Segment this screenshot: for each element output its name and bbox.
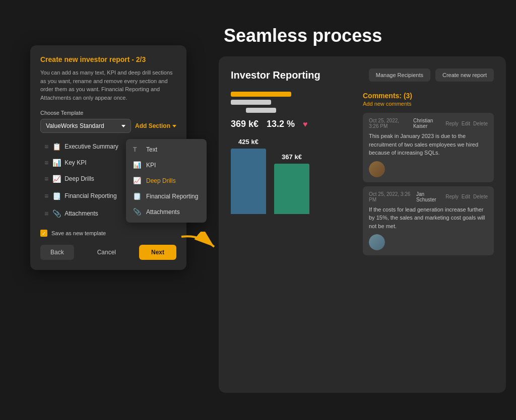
cancel-button[interactable]: Cancel xyxy=(87,245,126,260)
reply-button-1[interactable]: Reply xyxy=(445,121,459,126)
investor-header: Investor Reporting Manage Recipients Cre… xyxy=(231,68,494,82)
metric-bar-2 xyxy=(231,100,271,105)
drag-handle-icon: ≡ xyxy=(44,192,48,200)
reply-button-2[interactable]: Reply xyxy=(445,194,459,199)
panel-title: Create new investor report - 2/3 xyxy=(40,55,176,63)
add-section-label: Add Section xyxy=(135,122,170,129)
panel-desc: You can add as many text, KPI and deep d… xyxy=(40,68,176,102)
deepdrills-icon: 📈 xyxy=(133,177,141,184)
metrics-row: 369 k€ 13.2 % ♥ xyxy=(231,119,353,129)
text-icon: T xyxy=(133,146,141,153)
drag-handle-icon: ≡ xyxy=(44,143,48,151)
comment-header-1: Oct 25, 2022, 3:26 PM Christian Kaiser R… xyxy=(369,118,488,129)
metric-bars xyxy=(231,92,353,113)
comment-item-2: Oct 25, 2022, 3:26 PM Jan Schuster Reply… xyxy=(363,186,494,256)
metric-value-1: 369 k€ xyxy=(231,119,259,129)
section-list: ≡ 📋 Executive Summary ≡ 📊 Key KPI ≡ 📈 De… xyxy=(40,139,176,222)
comments-section: Comments: (3) Add new comments Oct 25, 2… xyxy=(363,92,494,259)
template-select[interactable]: ValueWorks Standard xyxy=(40,119,131,133)
investor-card-title: Investor Reporting xyxy=(231,69,320,81)
dropdown-label-deepdrills: Deep Drills xyxy=(146,177,176,184)
comment-item-1: Oct 25, 2022, 3:26 PM Christian Kaiser R… xyxy=(363,113,494,182)
save-template-label: Save as new template xyxy=(51,230,106,236)
back-button[interactable]: Back xyxy=(40,245,74,260)
save-template-row: ✓ Save as new template xyxy=(40,230,176,237)
bar-chart-item-2: 367 k€ xyxy=(274,153,309,214)
comment-text-2: If the costs for lead generation increas… xyxy=(369,205,488,231)
delete-button-1[interactable]: Delete xyxy=(473,121,488,126)
add-comment-link[interactable]: Add new comments xyxy=(363,101,494,107)
create-report-button[interactable]: Create new report xyxy=(435,68,494,82)
delete-button-2[interactable]: Delete xyxy=(473,194,488,199)
template-row: ValueWorks Standard Add Section xyxy=(40,119,176,133)
checkmark-icon: ✓ xyxy=(42,231,46,236)
dropdown-item-deepdrills[interactable]: 📈 Deep Drills xyxy=(126,173,207,188)
metric-value-2: 13.2 % xyxy=(267,119,295,129)
comment-date-1: Oct 25, 2022, 3:26 PM xyxy=(369,118,409,129)
left-panel: Create new investor report - 2/3 You can… xyxy=(30,45,186,270)
dropdown-label-text: Text xyxy=(146,146,157,153)
bar-rect-2 xyxy=(274,164,309,214)
manage-recipients-button[interactable]: Manage Recipients xyxy=(369,68,430,82)
edit-button-2[interactable]: Edit xyxy=(462,194,470,199)
comment-author-2: Jan Schuster xyxy=(416,191,441,202)
heart-icon: ♥ xyxy=(303,120,308,129)
avatar-2 xyxy=(369,234,385,250)
dropdown-label-attachments: Attachments xyxy=(146,208,180,216)
save-template-checkbox[interactable]: ✓ xyxy=(40,230,47,237)
header-buttons: Manage Recipients Create new report xyxy=(369,68,494,82)
comment-actions-1: Reply Edit Delete xyxy=(445,121,488,126)
chevron-down-icon xyxy=(172,125,176,127)
section-icon-financial: 🗒️ xyxy=(52,192,60,200)
comment-text-1: This peak in January 2023 is due to the … xyxy=(369,132,488,157)
dropdown-item-attachments[interactable]: 📎 Attachments xyxy=(126,204,207,220)
add-section-button[interactable]: Add Section xyxy=(135,122,176,129)
financial-icon: 🗒️ xyxy=(133,192,141,200)
section-icon-exec: 📋 xyxy=(52,143,60,151)
dropdown-label-kpi: KPI xyxy=(146,162,156,169)
comment-date-2: Oct 25, 2022, 3:26 PM xyxy=(369,191,412,202)
drag-handle-icon: ≡ xyxy=(44,159,48,167)
bar-chart-item-1: 425 k€ xyxy=(231,138,266,214)
card-body: 369 k€ 13.2 % ♥ 425 k€ 367 k€ xyxy=(231,92,494,259)
choose-template-label: Choose Template xyxy=(40,110,176,116)
bar-chart: 425 k€ 367 k€ xyxy=(231,133,353,214)
card-left: 369 k€ 13.2 % ♥ 425 k€ 367 k€ xyxy=(231,92,353,259)
bar-label-1: 425 k€ xyxy=(238,138,259,146)
dropdown-item-kpi[interactable]: 📊 KPI xyxy=(126,157,207,173)
bar-label-2: 367 k€ xyxy=(282,153,302,161)
avatar-image-1 xyxy=(369,161,385,177)
comments-title: Comments: (3) xyxy=(363,92,494,100)
avatar-1 xyxy=(369,161,385,177)
right-panel: Seamless process Investor Reporting Mana… xyxy=(219,25,506,393)
drag-handle-icon: ≡ xyxy=(44,175,48,183)
section-icon-attach: 📎 xyxy=(52,209,60,218)
dropdown-label-financial: Financial Reporting xyxy=(146,193,198,200)
comment-header-2: Oct 25, 2022, 3:26 PM Jan Schuster Reply… xyxy=(369,191,488,202)
bar-rect-1 xyxy=(231,149,266,214)
comment-author-1: Christian Kaiser xyxy=(413,118,441,129)
next-button[interactable]: Next xyxy=(139,245,176,260)
section-icon-kpi: 📊 xyxy=(52,159,60,167)
arrow-container xyxy=(179,232,219,264)
dropdown-item-text[interactable]: T Text xyxy=(126,142,207,157)
avatar-image-2 xyxy=(369,234,385,250)
main-container: Create new investor report - 2/3 You can… xyxy=(0,0,516,420)
comment-actions-2: Reply Edit Delete xyxy=(445,194,488,199)
metric-bar-3 xyxy=(246,108,276,113)
metric-bar-1 xyxy=(231,92,291,97)
kpi-icon: 📊 xyxy=(133,161,141,169)
edit-button-1[interactable]: Edit xyxy=(462,121,470,126)
dropdown-item-financial[interactable]: 🗒️ Financial Reporting xyxy=(126,188,207,204)
template-value: ValueWorks Standard xyxy=(46,122,104,129)
seamless-title: Seamless process xyxy=(219,25,506,46)
investor-card: Investor Reporting Manage Recipients Cre… xyxy=(219,56,506,393)
chevron-down-icon xyxy=(121,125,125,127)
section-icon-deep: 📈 xyxy=(52,175,60,183)
drag-handle-icon: ≡ xyxy=(44,209,48,218)
add-section-dropdown: T Text 📊 KPI 📈 Deep Drills 🗒️ Financial … xyxy=(126,139,207,223)
buttons-row: Back Cancel Next xyxy=(40,245,176,260)
arrow-icon xyxy=(179,232,219,262)
attachments-icon: 📎 xyxy=(133,208,141,216)
